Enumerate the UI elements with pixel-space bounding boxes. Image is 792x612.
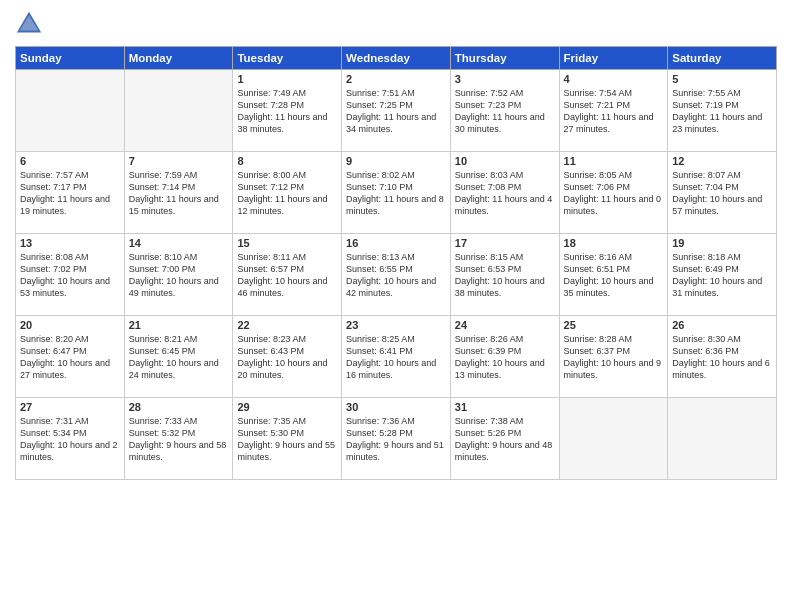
weekday-header-friday: Friday — [559, 47, 668, 70]
calendar-cell: 11Sunrise: 8:05 AM Sunset: 7:06 PM Dayli… — [559, 152, 668, 234]
calendar-cell: 23Sunrise: 8:25 AM Sunset: 6:41 PM Dayli… — [342, 316, 451, 398]
day-info: Sunrise: 8:03 AM Sunset: 7:08 PM Dayligh… — [455, 169, 555, 218]
calendar-cell — [124, 70, 233, 152]
day-info: Sunrise: 7:49 AM Sunset: 7:28 PM Dayligh… — [237, 87, 337, 136]
calendar-cell: 27Sunrise: 7:31 AM Sunset: 5:34 PM Dayli… — [16, 398, 125, 480]
day-info: Sunrise: 7:38 AM Sunset: 5:26 PM Dayligh… — [455, 415, 555, 464]
calendar-cell: 5Sunrise: 7:55 AM Sunset: 7:19 PM Daylig… — [668, 70, 777, 152]
day-number: 6 — [20, 155, 120, 167]
day-number: 30 — [346, 401, 446, 413]
calendar-cell — [559, 398, 668, 480]
day-info: Sunrise: 8:15 AM Sunset: 6:53 PM Dayligh… — [455, 251, 555, 300]
day-number: 1 — [237, 73, 337, 85]
calendar-cell: 3Sunrise: 7:52 AM Sunset: 7:23 PM Daylig… — [450, 70, 559, 152]
day-info: Sunrise: 8:26 AM Sunset: 6:39 PM Dayligh… — [455, 333, 555, 382]
day-number: 29 — [237, 401, 337, 413]
day-info: Sunrise: 7:31 AM Sunset: 5:34 PM Dayligh… — [20, 415, 120, 464]
logo — [15, 10, 47, 38]
day-info: Sunrise: 8:28 AM Sunset: 6:37 PM Dayligh… — [564, 333, 664, 382]
day-number: 19 — [672, 237, 772, 249]
day-number: 22 — [237, 319, 337, 331]
day-number: 21 — [129, 319, 229, 331]
calendar-cell: 12Sunrise: 8:07 AM Sunset: 7:04 PM Dayli… — [668, 152, 777, 234]
day-number: 3 — [455, 73, 555, 85]
calendar-cell — [668, 398, 777, 480]
weekday-header-saturday: Saturday — [668, 47, 777, 70]
day-number: 18 — [564, 237, 664, 249]
day-info: Sunrise: 8:25 AM Sunset: 6:41 PM Dayligh… — [346, 333, 446, 382]
calendar-cell: 2Sunrise: 7:51 AM Sunset: 7:25 PM Daylig… — [342, 70, 451, 152]
day-number: 23 — [346, 319, 446, 331]
day-info: Sunrise: 8:16 AM Sunset: 6:51 PM Dayligh… — [564, 251, 664, 300]
day-info: Sunrise: 8:23 AM Sunset: 6:43 PM Dayligh… — [237, 333, 337, 382]
day-number: 31 — [455, 401, 555, 413]
day-info: Sunrise: 7:52 AM Sunset: 7:23 PM Dayligh… — [455, 87, 555, 136]
day-info: Sunrise: 7:57 AM Sunset: 7:17 PM Dayligh… — [20, 169, 120, 218]
day-number: 11 — [564, 155, 664, 167]
calendar-cell: 17Sunrise: 8:15 AM Sunset: 6:53 PM Dayli… — [450, 234, 559, 316]
calendar-cell: 7Sunrise: 7:59 AM Sunset: 7:14 PM Daylig… — [124, 152, 233, 234]
calendar-cell — [16, 70, 125, 152]
day-info: Sunrise: 8:21 AM Sunset: 6:45 PM Dayligh… — [129, 333, 229, 382]
calendar-cell: 4Sunrise: 7:54 AM Sunset: 7:21 PM Daylig… — [559, 70, 668, 152]
day-number: 28 — [129, 401, 229, 413]
day-number: 10 — [455, 155, 555, 167]
day-number: 5 — [672, 73, 772, 85]
calendar-cell: 19Sunrise: 8:18 AM Sunset: 6:49 PM Dayli… — [668, 234, 777, 316]
day-number: 14 — [129, 237, 229, 249]
calendar-cell: 24Sunrise: 8:26 AM Sunset: 6:39 PM Dayli… — [450, 316, 559, 398]
day-info: Sunrise: 8:18 AM Sunset: 6:49 PM Dayligh… — [672, 251, 772, 300]
calendar-cell: 15Sunrise: 8:11 AM Sunset: 6:57 PM Dayli… — [233, 234, 342, 316]
calendar-cell: 6Sunrise: 7:57 AM Sunset: 7:17 PM Daylig… — [16, 152, 125, 234]
calendar-cell: 21Sunrise: 8:21 AM Sunset: 6:45 PM Dayli… — [124, 316, 233, 398]
day-info: Sunrise: 8:20 AM Sunset: 6:47 PM Dayligh… — [20, 333, 120, 382]
calendar-cell: 8Sunrise: 8:00 AM Sunset: 7:12 PM Daylig… — [233, 152, 342, 234]
calendar-cell: 25Sunrise: 8:28 AM Sunset: 6:37 PM Dayli… — [559, 316, 668, 398]
day-number: 20 — [20, 319, 120, 331]
calendar-cell: 28Sunrise: 7:33 AM Sunset: 5:32 PM Dayli… — [124, 398, 233, 480]
calendar-cell: 30Sunrise: 7:36 AM Sunset: 5:28 PM Dayli… — [342, 398, 451, 480]
day-number: 2 — [346, 73, 446, 85]
calendar-cell: 18Sunrise: 8:16 AM Sunset: 6:51 PM Dayli… — [559, 234, 668, 316]
day-number: 4 — [564, 73, 664, 85]
day-info: Sunrise: 8:02 AM Sunset: 7:10 PM Dayligh… — [346, 169, 446, 218]
day-info: Sunrise: 8:30 AM Sunset: 6:36 PM Dayligh… — [672, 333, 772, 382]
calendar-cell: 13Sunrise: 8:08 AM Sunset: 7:02 PM Dayli… — [16, 234, 125, 316]
day-info: Sunrise: 7:35 AM Sunset: 5:30 PM Dayligh… — [237, 415, 337, 464]
day-number: 27 — [20, 401, 120, 413]
day-info: Sunrise: 7:55 AM Sunset: 7:19 PM Dayligh… — [672, 87, 772, 136]
weekday-header-thursday: Thursday — [450, 47, 559, 70]
day-info: Sunrise: 8:07 AM Sunset: 7:04 PM Dayligh… — [672, 169, 772, 218]
day-number: 25 — [564, 319, 664, 331]
day-info: Sunrise: 7:33 AM Sunset: 5:32 PM Dayligh… — [129, 415, 229, 464]
calendar-cell: 1Sunrise: 7:49 AM Sunset: 7:28 PM Daylig… — [233, 70, 342, 152]
calendar-table: SundayMondayTuesdayWednesdayThursdayFrid… — [15, 46, 777, 480]
weekday-header-tuesday: Tuesday — [233, 47, 342, 70]
calendar-cell: 10Sunrise: 8:03 AM Sunset: 7:08 PM Dayli… — [450, 152, 559, 234]
calendar-cell: 20Sunrise: 8:20 AM Sunset: 6:47 PM Dayli… — [16, 316, 125, 398]
day-info: Sunrise: 8:13 AM Sunset: 6:55 PM Dayligh… — [346, 251, 446, 300]
day-number: 15 — [237, 237, 337, 249]
weekday-header-monday: Monday — [124, 47, 233, 70]
day-number: 8 — [237, 155, 337, 167]
calendar-cell: 14Sunrise: 8:10 AM Sunset: 7:00 PM Dayli… — [124, 234, 233, 316]
day-number: 26 — [672, 319, 772, 331]
day-info: Sunrise: 7:51 AM Sunset: 7:25 PM Dayligh… — [346, 87, 446, 136]
weekday-header-wednesday: Wednesday — [342, 47, 451, 70]
header — [15, 10, 777, 38]
weekday-header-sunday: Sunday — [16, 47, 125, 70]
day-info: Sunrise: 8:10 AM Sunset: 7:00 PM Dayligh… — [129, 251, 229, 300]
calendar-cell: 26Sunrise: 8:30 AM Sunset: 6:36 PM Dayli… — [668, 316, 777, 398]
page: SundayMondayTuesdayWednesdayThursdayFrid… — [0, 0, 792, 612]
day-info: Sunrise: 8:08 AM Sunset: 7:02 PM Dayligh… — [20, 251, 120, 300]
day-number: 13 — [20, 237, 120, 249]
day-info: Sunrise: 7:36 AM Sunset: 5:28 PM Dayligh… — [346, 415, 446, 464]
day-number: 7 — [129, 155, 229, 167]
day-info: Sunrise: 8:11 AM Sunset: 6:57 PM Dayligh… — [237, 251, 337, 300]
day-number: 17 — [455, 237, 555, 249]
calendar-cell: 16Sunrise: 8:13 AM Sunset: 6:55 PM Dayli… — [342, 234, 451, 316]
day-number: 24 — [455, 319, 555, 331]
day-info: Sunrise: 8:05 AM Sunset: 7:06 PM Dayligh… — [564, 169, 664, 218]
calendar-cell: 29Sunrise: 7:35 AM Sunset: 5:30 PM Dayli… — [233, 398, 342, 480]
day-info: Sunrise: 7:54 AM Sunset: 7:21 PM Dayligh… — [564, 87, 664, 136]
